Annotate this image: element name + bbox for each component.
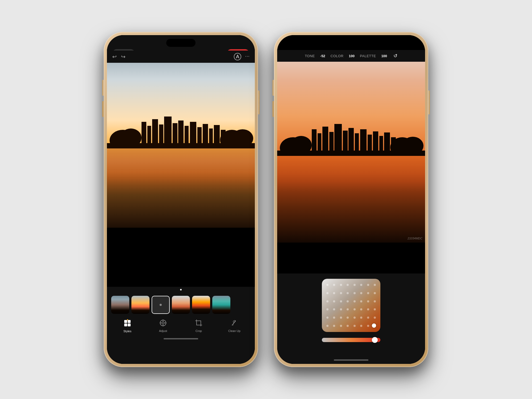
phone-1: Cancel STYLES Revert ↩ ↪ A ··· <box>104 32 258 367</box>
adjust-icon <box>159 319 167 328</box>
palette-dot <box>360 317 362 319</box>
svg-rect-3 <box>147 126 151 146</box>
palette-dot <box>360 325 362 327</box>
cleanup-icon <box>231 319 238 328</box>
style-thumb-warm[interactable] <box>172 296 190 314</box>
svg-point-34 <box>233 320 236 323</box>
palette-dot <box>367 300 369 302</box>
watermark: 21034MDC <box>408 237 422 240</box>
palette-grid[interactable] <box>322 279 380 332</box>
page-indicator-dot <box>180 289 182 290</box>
redo-icon[interactable]: ↪ <box>121 53 126 60</box>
palette-dot <box>326 300 329 302</box>
palette-dot <box>333 292 335 294</box>
color-label: COLOR <box>331 54 344 58</box>
palette-dot <box>347 308 349 310</box>
bottom-area-1: Styles <box>107 287 255 364</box>
color-value: 100 <box>349 54 355 58</box>
palette-label: PALETTE <box>360 54 376 58</box>
svg-rect-49 <box>384 132 390 153</box>
svg-rect-14 <box>214 125 220 146</box>
phone-2: TONE -52 COLOR 100 PALETTE 100 ↺ <box>274 32 428 367</box>
palette-dot <box>340 292 342 294</box>
palette-dot <box>354 292 356 294</box>
palette-dot <box>326 308 329 310</box>
palette-value: 100 <box>381 54 387 58</box>
svg-rect-41 <box>334 124 342 153</box>
palette-dot <box>347 300 349 302</box>
palette-dot <box>333 317 335 319</box>
palette-dot <box>326 317 329 319</box>
palette-dot <box>367 317 369 319</box>
phones-container: Cancel STYLES Revert ↩ ↪ A ··· <box>104 32 428 367</box>
palette-dot <box>340 284 342 286</box>
palette-dot <box>360 292 362 294</box>
cleanup-label: Clean Up <box>228 329 240 332</box>
palette-dot <box>374 308 376 310</box>
palette-dot <box>333 308 335 310</box>
dynamic-island-2 <box>336 39 366 47</box>
svg-rect-40 <box>329 132 334 153</box>
palette-dot <box>367 284 369 286</box>
svg-rect-53 <box>277 151 425 156</box>
phone-2-screen: TONE -52 COLOR 100 PALETTE 100 ↺ <box>277 35 425 364</box>
style-thumb-normal[interactable] <box>131 296 149 314</box>
auto-enhance-icon[interactable]: A <box>234 53 241 60</box>
reset-button[interactable]: ↺ <box>393 53 397 59</box>
svg-rect-25 <box>128 320 131 323</box>
svg-rect-18 <box>107 143 255 148</box>
tone-value: -52 <box>320 54 325 58</box>
color-slider-track <box>322 338 380 342</box>
bottom-area-2 <box>277 273 425 364</box>
color-slider-thumb[interactable] <box>372 337 378 343</box>
nav-item-crop[interactable]: Crop <box>189 319 208 332</box>
nav-item-cleanup[interactable]: Clean Up <box>225 319 244 332</box>
palette-dot <box>367 325 369 327</box>
svg-rect-9 <box>185 126 189 146</box>
nav-item-adjust[interactable]: Adjust <box>154 319 172 332</box>
water-reflection-2 <box>277 156 425 243</box>
svg-rect-42 <box>343 131 348 153</box>
palette-dot <box>354 284 356 286</box>
screen-1: Cancel STYLES Revert ↩ ↪ A ··· <box>107 35 255 364</box>
style-thumb-cool[interactable] <box>212 296 230 314</box>
palette-dot <box>367 308 369 310</box>
phone2-header: TONE -52 COLOR 100 PALETTE 100 ↺ <box>277 50 425 62</box>
svg-rect-7 <box>173 123 177 146</box>
city-silhouette <box>107 117 255 148</box>
svg-rect-11 <box>197 127 202 146</box>
svg-rect-8 <box>178 120 184 146</box>
phone-1-screen: Cancel STYLES Revert ↩ ↪ A ··· <box>107 35 255 364</box>
crop-icon <box>195 319 202 328</box>
undo-icon[interactable]: ↩ <box>112 53 117 60</box>
more-options-icon[interactable]: ··· <box>245 53 250 60</box>
style-thumb-selected[interactable] <box>152 296 170 314</box>
palette-dot <box>340 317 342 319</box>
palette-dot <box>347 292 349 294</box>
toolbar-row: ↩ ↪ A ··· <box>107 51 255 63</box>
palette-dot <box>354 300 356 302</box>
svg-rect-24 <box>124 320 127 323</box>
toolbar-icons-right: A ··· <box>234 53 250 60</box>
toolbar-icons-left: ↩ ↪ <box>112 53 126 60</box>
svg-rect-38 <box>318 133 321 153</box>
palette-dot <box>374 300 376 302</box>
palette-dot <box>374 284 376 286</box>
styles-icon <box>124 319 131 329</box>
palette-dot <box>360 308 362 310</box>
dynamic-island-1 <box>166 39 196 47</box>
color-slider[interactable] <box>322 336 380 344</box>
svg-rect-45 <box>360 129 367 153</box>
palette-dot <box>340 325 342 327</box>
svg-rect-6 <box>164 117 172 146</box>
palette-dot <box>367 292 369 294</box>
palette-handle[interactable] <box>372 323 376 328</box>
style-thumb-vivid[interactable] <box>192 296 210 314</box>
palette-dots-grid <box>322 279 380 332</box>
svg-rect-44 <box>355 133 359 153</box>
style-thumb-dark[interactable] <box>111 296 129 314</box>
photo-area-2: 21034MDC <box>277 62 425 243</box>
style-strip <box>107 292 255 317</box>
nav-item-styles[interactable]: Styles <box>118 319 137 333</box>
svg-rect-4 <box>152 119 158 146</box>
